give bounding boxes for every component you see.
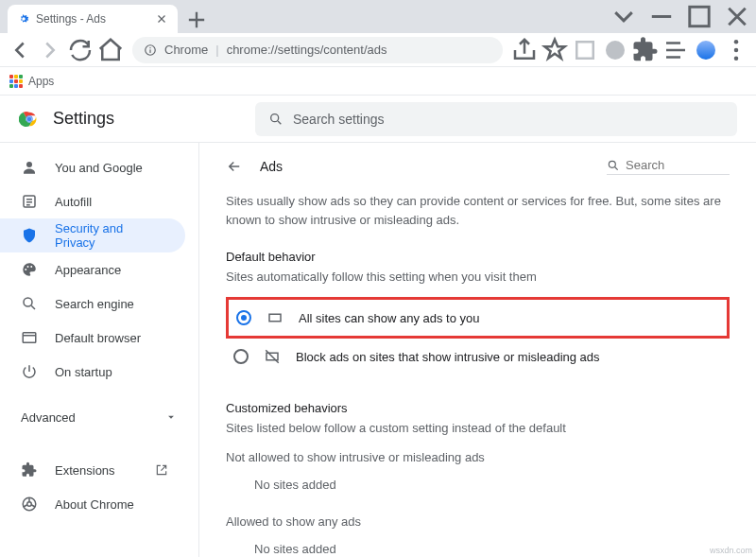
- default-behavior-heading: Default behavior: [226, 250, 730, 264]
- new-tab-button[interactable]: [183, 7, 210, 33]
- settings-title: Settings: [53, 109, 114, 129]
- nav-forward-button[interactable]: [36, 36, 64, 64]
- sidebar-item-label: Autofill: [55, 195, 92, 209]
- extension-generic-icon[interactable]: [601, 36, 629, 64]
- svg-rect-0: [690, 7, 709, 26]
- back-arrow-icon[interactable]: [226, 158, 243, 175]
- page-title: Ads: [260, 159, 283, 174]
- sidebar-item-security-privacy[interactable]: Security and Privacy: [0, 218, 185, 252]
- sidebar-item-default-browser[interactable]: Default browser: [0, 321, 185, 355]
- ads-rectangle-icon: [266, 309, 284, 326]
- svg-point-13: [26, 162, 32, 167]
- no-sites-text: No sites added: [226, 529, 730, 557]
- sidebar-item-label: Appearance: [55, 263, 121, 277]
- advanced-label: Advanced: [21, 410, 76, 425]
- custom-behaviors-heading: Customized behaviors: [226, 401, 730, 415]
- svg-point-7: [734, 47, 739, 52]
- radio-selected-icon[interactable]: [236, 310, 251, 325]
- tab-title: Settings - Ads: [36, 12, 149, 26]
- sidebar-item-label: Search engine: [55, 297, 134, 311]
- profile-avatar[interactable]: [692, 36, 720, 64]
- home-button[interactable]: [96, 36, 125, 64]
- extensions-puzzle-icon[interactable]: [631, 36, 660, 64]
- menu-dots-icon[interactable]: [722, 36, 750, 64]
- shield-icon: [21, 227, 38, 244]
- tab-close-icon[interactable]: [155, 12, 168, 26]
- svg-point-2: [149, 46, 150, 47]
- content-search[interactable]: [607, 158, 730, 175]
- url-separator: |: [215, 43, 218, 57]
- browser-tab[interactable]: Settings - Ads: [8, 5, 178, 33]
- site-info-icon[interactable]: [144, 44, 157, 57]
- nav-back-button[interactable]: [6, 36, 34, 64]
- radio-unselected-icon[interactable]: [233, 349, 249, 364]
- puzzle-icon: [21, 461, 38, 479]
- chrome-outline-icon: [21, 496, 38, 513]
- option-block-label: Block ads on sites that show intrusive o…: [296, 350, 600, 364]
- svg-point-8: [734, 56, 739, 61]
- search-icon: [268, 112, 284, 127]
- search-icon: [607, 159, 620, 172]
- svg-point-5: [606, 41, 625, 60]
- autofill-icon: [21, 193, 38, 210]
- window-titlebar: Settings - Ads: [0, 0, 756, 33]
- minimize-button[interactable]: [643, 0, 680, 33]
- settings-search-placeholder: Search settings: [293, 112, 385, 127]
- sidebar-item-label: Security and Privacy: [55, 221, 164, 250]
- settings-sidebar: You and Google Autofill Security and Pri…: [0, 143, 198, 557]
- maximize-button[interactable]: [680, 0, 718, 33]
- apps-label[interactable]: Apps: [28, 75, 54, 88]
- svg-point-18: [24, 298, 32, 306]
- sidebar-item-search-engine[interactable]: Search engine: [0, 287, 185, 321]
- svg-point-12: [271, 113, 279, 121]
- option-allow-ads[interactable]: All sites can show any ads to you: [226, 297, 730, 339]
- chrome-logo-icon: [19, 109, 40, 130]
- bookmark-star-icon[interactable]: [541, 36, 569, 64]
- reload-button[interactable]: [66, 36, 94, 64]
- content-search-input[interactable]: [626, 158, 711, 172]
- sidebar-item-autofill[interactable]: Autofill: [0, 184, 185, 218]
- reading-list-icon[interactable]: [571, 36, 599, 64]
- window-controls: [605, 0, 756, 33]
- palette-icon: [21, 261, 38, 278]
- settings-header: Settings Search settings: [0, 96, 756, 143]
- svg-rect-3: [149, 49, 150, 53]
- sidebar-item-label: About Chrome: [55, 497, 134, 512]
- browser-icon: [21, 329, 38, 346]
- bookmark-bar: Apps: [0, 67, 756, 96]
- chevron-down-icon[interactable]: [605, 0, 643, 33]
- option-allow-label: All sites can show any ads to you: [299, 311, 480, 325]
- url-prefix: Chrome: [164, 43, 208, 57]
- sidebar-item-on-startup[interactable]: On startup: [0, 355, 185, 389]
- sidebar-advanced-toggle[interactable]: Advanced: [0, 400, 198, 434]
- not-allowed-heading: Not allowed to show intrusive or mislead…: [226, 450, 730, 464]
- no-sites-text: No sites added: [226, 464, 730, 505]
- settings-search[interactable]: Search settings: [255, 102, 737, 136]
- sidebar-item-label: Default browser: [55, 331, 141, 345]
- ads-blocked-icon: [264, 348, 281, 365]
- browser-toolbar: Chrome | chrome://settings/content/ads: [0, 33, 756, 67]
- url-text: chrome://settings/content/ads: [227, 43, 387, 57]
- svg-point-6: [734, 40, 739, 44]
- sidebar-item-you-and-google[interactable]: You and Google: [0, 150, 185, 184]
- svg-rect-19: [23, 333, 36, 343]
- reading-mode-icon[interactable]: [662, 36, 690, 64]
- svg-point-21: [27, 502, 32, 507]
- svg-point-17: [30, 266, 32, 268]
- custom-behaviors-sub: Sites listed below follow a custom setti…: [226, 421, 730, 435]
- apps-grid-icon[interactable]: [9, 75, 23, 88]
- sidebar-item-extensions[interactable]: Extensions: [0, 453, 185, 487]
- chevron-down-icon: [164, 410, 178, 424]
- power-icon: [21, 363, 38, 380]
- sidebar-item-label: Extensions: [55, 463, 115, 478]
- close-window-button[interactable]: [718, 0, 756, 33]
- sidebar-item-label: On startup: [55, 365, 112, 379]
- share-icon[interactable]: [510, 36, 539, 64]
- svg-point-16: [27, 266, 29, 268]
- sidebar-item-appearance[interactable]: Appearance: [0, 252, 185, 287]
- svg-rect-23: [269, 314, 281, 322]
- sidebar-item-about-chrome[interactable]: About Chrome: [0, 487, 185, 521]
- option-block-ads[interactable]: Block ads on sites that show intrusive o…: [226, 339, 730, 374]
- svg-rect-4: [576, 42, 593, 59]
- address-bar[interactable]: Chrome | chrome://settings/content/ads: [132, 37, 503, 63]
